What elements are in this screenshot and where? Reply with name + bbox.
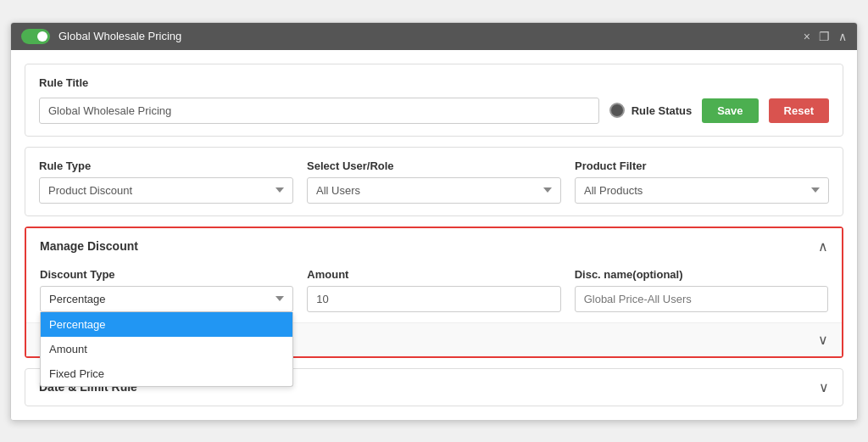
amount-label: Amount [307,268,560,281]
discount-fields-row: Discount Type Percentage Amount Fixed Pr… [40,268,828,312]
conditions-collapse-icon[interactable]: ∨ [818,332,828,348]
rule-status-group: Rule Status [609,103,693,118]
product-filter-label: Product Filter [575,159,829,172]
content-area: Rule Title Rule Status Save Reset Rule T… [11,50,857,420]
disc-name-input[interactable] [575,286,828,312]
user-role-label: Select User/Role [307,159,561,172]
manage-discount-section: Manage Discount ∧ Discount Type Percenta… [25,227,843,358]
title-bar-controls: × ❐ ∧ [804,30,847,43]
rule-type-select[interactable]: Product Discount Fixed Price Percentage [39,177,293,204]
discount-type-label: Discount Type [40,268,293,281]
disc-name-label: Disc. name(optional) [575,268,828,281]
rule-status-toggle[interactable] [609,103,625,118]
manage-body: Discount Type Percentage Amount Fixed Pr… [26,265,842,312]
discount-type-select[interactable]: Percentage Amount Fixed Price [40,286,293,312]
manage-collapse-icon[interactable]: ∧ [818,238,828,255]
discount-dropdown-menu: Percentage Amount Fixed Price [40,312,293,387]
dropdown-item-percentage[interactable]: Percentage [41,312,292,337]
title-bar-toggle[interactable] [21,29,50,44]
rule-title-label: Rule Title [39,76,829,89]
dropdown-item-fixed[interactable]: Fixed Price [41,361,292,386]
close-icon[interactable]: × [804,30,810,43]
manage-header: Manage Discount ∧ [26,228,842,265]
rule-title-row: Rule Status Save Reset [39,98,829,124]
title-bar-title: Global Wholesale Pricing [58,30,181,42]
save-button[interactable]: Save [702,98,758,123]
title-bar: Global Wholesale Pricing × ❐ ∧ [11,23,857,50]
discount-type-group: Discount Type Percentage Amount Fixed Pr… [40,268,293,312]
rule-status-label: Rule Status [632,104,693,117]
rule-config-section: Rule Type Product Discount Fixed Price P… [25,147,843,216]
date-collapse-icon[interactable]: ∨ [819,379,829,395]
rule-config-row: Rule Type Product Discount Fixed Price P… [39,159,829,204]
amount-group: Amount [307,268,560,312]
rule-type-label: Rule Type [39,159,293,172]
rule-title-input[interactable] [39,98,599,124]
user-role-select[interactable]: All Users Registered Users Guest [307,177,561,204]
collapse-icon[interactable]: ∧ [838,30,847,43]
rule-type-group: Rule Type Product Discount Fixed Price P… [39,159,293,204]
product-filter-group: Product Filter All Products Category Spe… [575,159,829,204]
main-window: Global Wholesale Pricing × ❐ ∧ Rule Titl… [10,22,858,421]
copy-icon[interactable]: ❐ [819,30,830,43]
user-role-group: Select User/Role All Users Registered Us… [307,159,561,204]
manage-discount-title: Manage Discount [40,239,138,253]
product-filter-select[interactable]: All Products Category Specific Products [575,177,829,204]
dropdown-item-amount[interactable]: Amount [41,337,292,361]
rule-title-section: Rule Title Rule Status Save Reset [25,64,843,137]
reset-button[interactable]: Reset [769,98,829,123]
discount-select-wrapper: Percentage Amount Fixed Price Percentage… [40,286,293,312]
title-bar-left: Global Wholesale Pricing [21,29,181,44]
amount-input[interactable] [307,286,560,312]
disc-name-group: Disc. name(optional) [575,268,828,312]
